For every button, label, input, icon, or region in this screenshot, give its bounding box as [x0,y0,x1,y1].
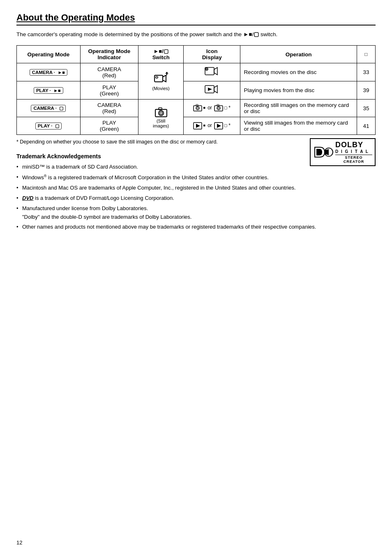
list-item: miniSD™ is a trademark of SD Card Associ… [16,163,376,171]
indicator-cell-4: PLAY(Green) [80,117,138,135]
list-item: Macintosh and Mac OS are trademarks of A… [16,184,376,192]
movie-switch-icon: (Movies) [142,72,180,91]
mode-badge-cell-4: PLAY · ▢ [17,117,81,135]
operation-cell-3: Recording still images on the memory car… [240,100,357,117]
svg-marker-1 [163,75,166,82]
th-operation: Operation [240,46,357,63]
table-row: CAMERA · ▢ CAMERA(Red) (Still [17,100,376,117]
svg-rect-2 [156,76,158,78]
svg-point-18 [197,107,198,109]
th-icon-display: IconDisplay [183,46,240,63]
page-num-1: 33 [357,63,375,81]
svg-point-22 [218,107,219,109]
dvd-logo: DVD [22,195,33,201]
mode-badge-cell-3: CAMERA · ▢ [17,100,81,117]
icon-display-cell-3: ■ or ▢ * [183,100,240,117]
svg-point-14 [160,112,162,114]
table-row: PLAY · ►■ PLAY(Green) Playing movies fro… [17,81,376,100]
th-indicator: Operating Mode Indicator [80,46,138,63]
camera-still-badge: CAMERA · ▢ [31,105,66,112]
svg-point-8 [206,69,207,70]
dolby-text: DOLBY D I G I T A L STEREO CREATOR [335,141,372,164]
icon-display-cell-2 [183,81,240,100]
svg-point-17 [196,107,199,110]
svg-marker-10 [214,86,217,93]
table-row: CAMERA · ►■ CAMERA(Red) [17,63,376,81]
page-num-4: 41 [357,117,375,135]
svg-point-13 [159,111,164,116]
list-item: Manufactured under license from Dolby La… [16,204,376,222]
th-page: □ [357,46,375,63]
icon-display-cell-1 [183,63,240,81]
svg-marker-6 [214,67,217,75]
list-item: DVD is a trademark of DVD Format/Logo Li… [16,194,376,203]
svg-rect-15 [159,108,162,110]
th-switch: ►■/▢Switch [138,46,184,63]
switch-cell-still: (Still images) [138,100,184,135]
indicator-cell-3: CAMERA(Red) [80,100,138,117]
svg-marker-25 [196,124,200,128]
svg-marker-11 [208,88,212,91]
operating-modes-table: Operating Mode Operating Mode Indicator … [16,45,376,135]
indicator-cell-2: PLAY(Green) [80,81,138,100]
switch-cell-movies: (Movies) [138,63,184,100]
operation-cell-2: Playing movies from the disc [240,81,357,100]
play-still-badge: PLAY · ▢ [35,123,62,130]
mode-badge-cell-2: PLAY · ►■ [17,81,81,100]
play-badge: PLAY · ►■ [34,87,63,94]
operation-cell-4: Viewing still images from the memory car… [240,117,357,135]
list-item: Windows® is a registered trademark of Mi… [16,173,376,182]
svg-rect-0 [154,75,163,82]
intro-paragraph: The camcorder's operating mode is determ… [16,30,376,39]
list-item: Other names and products not mentioned a… [16,223,376,232]
page-title: About the Operating Modes [16,12,376,25]
mode-badge: CAMERA · ►■ [30,69,67,76]
page-num-2: 39 [357,81,375,100]
page-num-3: 35 [357,100,375,117]
svg-marker-27 [217,124,221,128]
trademark-list: miniSD™ is a trademark of SD Card Associ… [16,163,376,232]
dolby-badge: DOLBY D I G I T A L STEREO CREATOR [310,138,376,166]
table-row: PLAY · ▢ PLAY(Green) ■ or [17,117,376,135]
mode-badge-cell: CAMERA · ►■ [17,63,81,81]
still-switch-icon: (Still images) [142,106,180,128]
dolby-badge-container: DOLBY D I G I T A L STEREO CREATOR [310,138,376,166]
page-number: 12 [16,539,22,546]
svg-point-21 [217,107,220,110]
icon-display-cell-4: ■ or ▢ * [183,117,240,135]
indicator-cell: CAMERA(Red) [80,63,138,81]
operation-cell-1: Recording movies on the disc [240,63,357,81]
trademark-section: Trademark Acknowledgements DOLBY D I G [16,153,376,233]
th-operating-mode: Operating Mode [17,46,81,63]
